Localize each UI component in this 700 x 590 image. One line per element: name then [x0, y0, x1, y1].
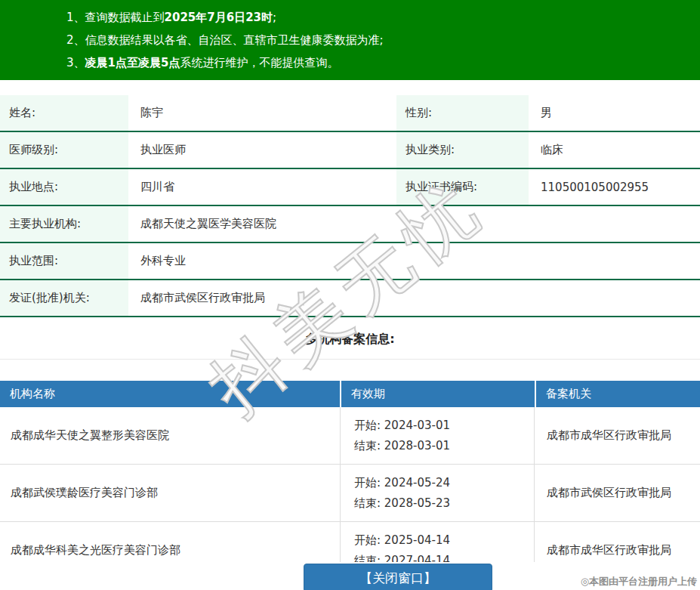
record-validity-period: 开始: 2024-03-01 结束: 2028-03-01	[340, 407, 535, 464]
table-row: 成都成华天使之翼整形美容医院 开始: 2024-03-01 结束: 2028-0…	[0, 407, 700, 465]
record-start-date: 开始: 2025-04-14	[354, 530, 534, 551]
field-label-practice-scope: 执业范围:	[0, 243, 128, 279]
table-row: 医师级别: 执业医师 执业类别: 临床	[0, 132, 700, 169]
notice-item-number: 2、	[66, 33, 85, 47]
record-validity-period: 开始: 2024-05-24 结束: 2028-05-23	[340, 465, 535, 521]
multi-institution-section-title: 多机构备案信息:	[0, 332, 700, 348]
field-label-doctor-level: 医师级别:	[0, 132, 128, 168]
table-row: 成都成华科美之光医疗美容门诊部 开始: 2025-04-14 结束: 2027-…	[0, 522, 700, 562]
field-value-practice-scope: 外科专业	[128, 243, 700, 279]
record-institution-name: 成都成华科美之光医疗美容门诊部	[0, 522, 340, 562]
notice-banner: 1、查询数据截止到2025年7月6日23时; 2、信息数据结果以各省、自治区、直…	[0, 0, 700, 80]
records-table: 机构名称 有效期 备案机关 成都成华天使之翼整形美容医院 开始: 2024-03…	[0, 381, 700, 562]
field-value-practice-category: 临床	[529, 132, 700, 168]
notice-item: 2、信息数据结果以各省、自治区、直辖市卫生健康委数据为准;	[66, 29, 685, 51]
table-row: 主要执业机构: 成都天使之翼医学美容医院	[0, 206, 700, 243]
notice-item: 1、查询数据截止到2025年7月6日23时;	[66, 6, 685, 29]
records-table-header: 机构名称 有效期 备案机关	[0, 381, 700, 407]
column-header-validity-period: 有效期	[340, 381, 535, 407]
section-divider	[0, 359, 700, 360]
table-row: 成都武侯璞龄医疗美容门诊部 开始: 2024-05-24 结束: 2028-05…	[0, 465, 700, 522]
record-end-date: 结束: 2027-04-14	[354, 551, 534, 563]
field-value-main-institution: 成都天使之翼医学美容医院	[128, 206, 700, 242]
field-label-practice-category: 执业类别:	[396, 132, 529, 168]
field-label-gender: 性别:	[396, 95, 529, 131]
record-validity-period: 开始: 2025-04-14 结束: 2027-04-14	[340, 522, 535, 562]
field-label-practice-location: 执业地点:	[0, 169, 128, 205]
notice-item: 3、凌晨1点至凌晨5点系统进行维护，不能提供查询。	[66, 51, 685, 74]
upload-credit-text: ◎本图由平台注册用户上传	[581, 575, 697, 588]
record-start-date: 开始: 2024-05-24	[354, 473, 534, 493]
records-table-body: 成都成华天使之翼整形美容医院 开始: 2024-03-01 结束: 2028-0…	[0, 407, 700, 562]
field-value-gender: 男	[529, 95, 700, 131]
table-row: 执业范围: 外科专业	[0, 243, 700, 280]
field-label-main-institution: 主要执业机构:	[0, 206, 128, 242]
field-value-doctor-level: 执业医师	[128, 132, 396, 168]
notice-item-bold: 凌晨1点至凌晨5点	[85, 56, 180, 70]
record-authority: 成都市成华区行政审批局	[535, 522, 700, 562]
field-value-practice-location: 四川省	[128, 169, 396, 205]
close-window-button[interactable]: 【关闭窗口】	[304, 564, 492, 590]
field-value-name: 陈宇	[128, 95, 396, 131]
record-institution-name: 成都武侯璞龄医疗美容门诊部	[0, 465, 340, 521]
column-header-record-authority: 备案机关	[535, 381, 700, 407]
record-end-date: 结束: 2028-03-01	[354, 436, 534, 456]
field-label-certificate-number: 执业证书编码:	[396, 169, 529, 205]
record-authority: 成都市武侯区行政审批局	[535, 465, 700, 521]
table-row: 姓名: 陈宇 性别: 男	[0, 95, 700, 132]
notice-item-text: 查询数据截止到	[85, 11, 165, 24]
field-value-certificate-number: 110500105002955	[529, 169, 700, 205]
notice-list: 1、查询数据截止到2025年7月6日23时; 2、信息数据结果以各省、自治区、直…	[66, 6, 685, 74]
practitioner-info-table: 姓名: 陈宇 性别: 男 医师级别: 执业医师 执业类别: 临床 执业地点: 四…	[0, 95, 700, 317]
field-label-name: 姓名:	[0, 95, 128, 131]
table-row: 执业地点: 四川省 执业证书编码: 110500105002955	[0, 169, 700, 206]
record-start-date: 开始: 2024-03-01	[354, 415, 534, 436]
notice-item-bold: 2025年7月6日23时	[165, 11, 273, 24]
column-header-institution-name: 机构名称	[0, 381, 340, 407]
notice-item-text: 系统进行维护，不能提供查询。	[180, 56, 338, 70]
record-end-date: 结束: 2028-05-23	[354, 493, 534, 514]
notice-item-text: 信息数据结果以各省、自治区、直辖市卫生健康委数据为准;	[85, 33, 384, 47]
field-value-issuing-authority: 成都市武侯区行政审批局	[128, 280, 700, 316]
notice-item-number: 3、	[66, 56, 85, 70]
notice-item-text: ;	[273, 11, 276, 24]
table-row: 发证(批准)机关: 成都市武侯区行政审批局	[0, 280, 700, 317]
field-label-issuing-authority: 发证(批准)机关:	[0, 280, 128, 316]
record-authority: 成都市成华区行政审批局	[535, 407, 700, 464]
notice-item-number: 1、	[66, 11, 85, 24]
record-institution-name: 成都成华天使之翼整形美容医院	[0, 407, 340, 464]
